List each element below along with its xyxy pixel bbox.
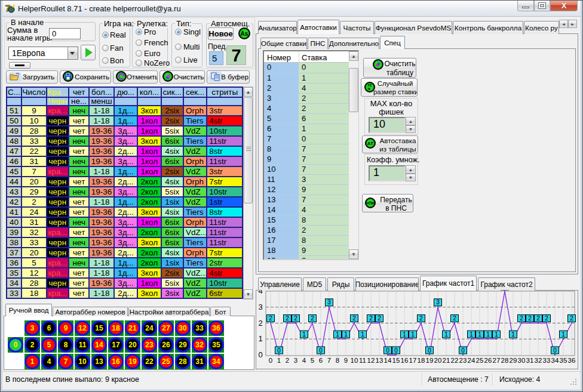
svg-text:26: 26 — [484, 357, 492, 364]
svg-text:6: 6 — [319, 357, 323, 364]
svg-text:5: 5 — [311, 357, 314, 364]
svg-text:2: 2 — [536, 315, 540, 322]
svg-text:1: 1 — [302, 331, 306, 338]
svg-text:30: 30 — [518, 357, 526, 364]
svg-text:1: 1 — [336, 331, 339, 338]
svg-text:25: 25 — [476, 357, 484, 364]
svg-text:1: 1 — [344, 331, 348, 338]
svg-text:15: 15 — [392, 357, 400, 364]
svg-text:4: 4 — [302, 357, 306, 364]
svg-text:32: 32 — [535, 357, 542, 364]
svg-text:31: 31 — [526, 357, 534, 364]
svg-text:0: 0 — [428, 347, 431, 354]
svg-text:36: 36 — [568, 357, 576, 364]
svg-text:20: 20 — [434, 357, 442, 364]
svg-text:3: 3 — [436, 299, 440, 305]
svg-text:14: 14 — [384, 357, 392, 364]
svg-text:2: 2 — [378, 315, 381, 322]
svg-text:1: 1 — [561, 331, 565, 338]
svg-text:3: 3 — [327, 299, 331, 305]
svg-text:28: 28 — [501, 357, 509, 364]
svg-text:18: 18 — [418, 357, 425, 364]
svg-text:24: 24 — [468, 357, 475, 364]
svg-text:2: 2 — [570, 315, 573, 322]
svg-text:4: 4 — [258, 290, 262, 295]
svg-text:3: 3 — [294, 357, 297, 364]
svg-text:8: 8 — [336, 357, 339, 364]
svg-text:0: 0 — [461, 347, 465, 354]
svg-text:2: 2 — [311, 315, 314, 322]
svg-text:33: 33 — [543, 357, 551, 364]
svg-text:1: 1 — [486, 331, 490, 338]
svg-text:2: 2 — [453, 315, 456, 322]
svg-text:34: 34 — [551, 357, 559, 364]
svg-text:12: 12 — [367, 357, 375, 364]
svg-text:10: 10 — [351, 357, 358, 364]
svg-text:19: 19 — [426, 357, 434, 364]
svg-text:0: 0 — [269, 357, 272, 364]
svg-text:17: 17 — [409, 357, 417, 364]
svg-text:0: 0 — [277, 347, 281, 354]
svg-text:7: 7 — [327, 357, 331, 364]
svg-text:1: 1 — [478, 331, 481, 338]
svg-text:1: 1 — [470, 331, 473, 338]
svg-text:27: 27 — [493, 357, 501, 364]
svg-text:0: 0 — [386, 347, 389, 354]
svg-text:1: 1 — [403, 331, 406, 338]
svg-text:2: 2 — [352, 315, 356, 322]
svg-text:0: 0 — [553, 347, 557, 354]
svg-text:1: 1 — [444, 331, 448, 338]
svg-text:16: 16 — [401, 357, 409, 364]
svg-text:2: 2 — [269, 315, 272, 322]
svg-text:1: 1 — [277, 357, 281, 364]
svg-text:1: 1 — [258, 334, 262, 343]
svg-text:1: 1 — [511, 331, 515, 338]
svg-text:2: 2 — [286, 357, 289, 364]
svg-text:0: 0 — [258, 350, 262, 359]
svg-text:2: 2 — [419, 315, 423, 322]
svg-text:2: 2 — [258, 319, 262, 328]
svg-text:1: 1 — [411, 331, 415, 338]
svg-text:35: 35 — [560, 357, 567, 364]
svg-text:9: 9 — [344, 357, 348, 364]
svg-text:29: 29 — [510, 357, 517, 364]
svg-text:23: 23 — [459, 357, 467, 364]
svg-text:2: 2 — [528, 315, 532, 322]
svg-text:22: 22 — [451, 357, 459, 364]
svg-text:1: 1 — [495, 331, 498, 338]
svg-text:2: 2 — [294, 315, 297, 322]
svg-text:21: 21 — [443, 357, 450, 364]
svg-text:0: 0 — [319, 347, 323, 354]
svg-text:2: 2 — [520, 315, 523, 322]
svg-text:2: 2 — [545, 315, 548, 322]
svg-text:3: 3 — [258, 303, 262, 311]
svg-text:0: 0 — [394, 347, 398, 354]
svg-text:13: 13 — [376, 357, 383, 364]
svg-text:1: 1 — [361, 331, 364, 338]
svg-text:11: 11 — [359, 357, 366, 364]
svg-text:2: 2 — [369, 315, 373, 322]
svg-text:2: 2 — [286, 315, 289, 322]
